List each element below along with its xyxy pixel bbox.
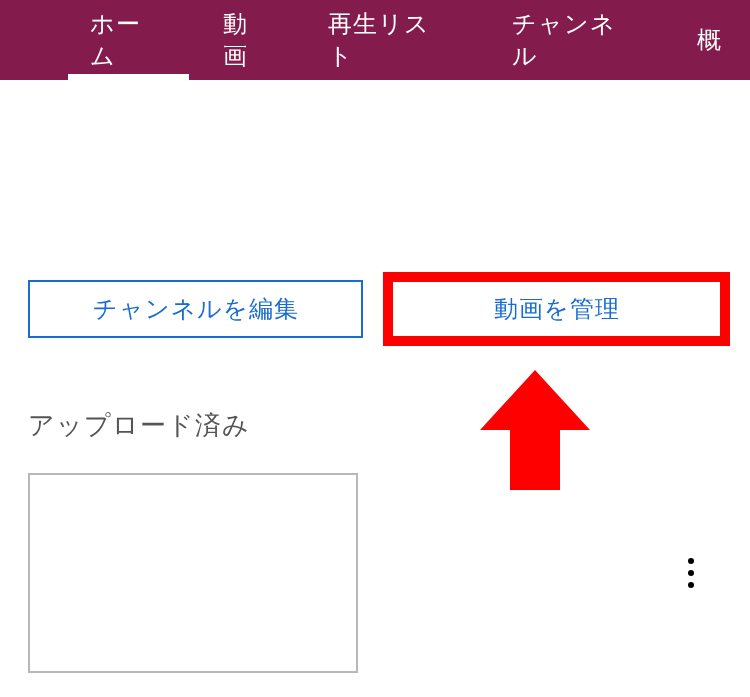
content-area: チャンネルを編集 動画を管理 アップロード済み <box>0 80 750 673</box>
nav-tab-home[interactable]: ホーム <box>62 0 195 80</box>
nav-tab-channels[interactable]: チャンネル <box>484 0 669 80</box>
nav-tab-playlists[interactable]: 再生リスト <box>300 0 483 80</box>
manage-videos-wrapper: 動画を管理 <box>391 280 722 338</box>
uploaded-section-title: アップロード済み <box>28 408 722 443</box>
manage-videos-button[interactable]: 動画を管理 <box>391 280 722 338</box>
nav-tab-about[interactable]: 概 <box>669 0 750 80</box>
nav-tab-videos[interactable]: 動画 <box>195 0 301 80</box>
more-options-icon[interactable] <box>680 550 702 596</box>
edit-channel-button[interactable]: チャンネルを編集 <box>28 280 363 338</box>
video-thumbnail[interactable] <box>28 473 358 673</box>
nav-bar: ホーム 動画 再生リスト チャンネル 概 <box>0 0 750 80</box>
action-button-row: チャンネルを編集 動画を管理 <box>28 280 722 338</box>
thumbnail-row <box>28 473 722 673</box>
